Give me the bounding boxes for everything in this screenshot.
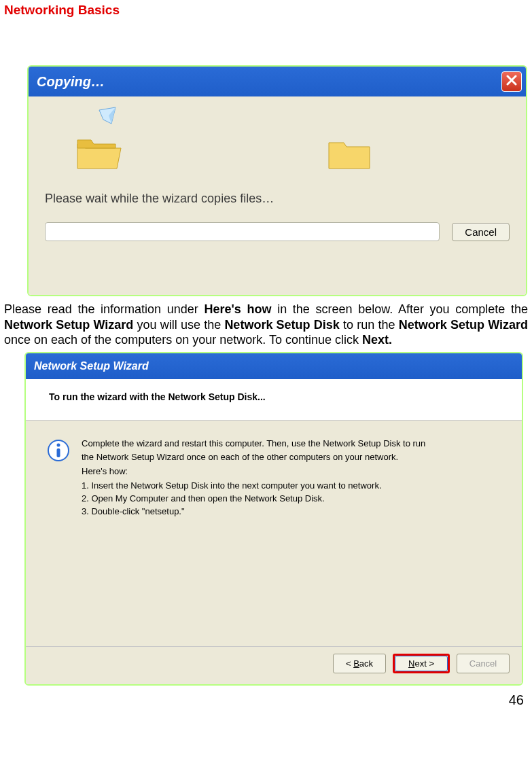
svg-point-3	[57, 443, 60, 446]
page-number: 46	[4, 692, 528, 708]
copying-title: Copying…	[37, 74, 105, 90]
wizard-cancel-button[interactable]: Cancel	[457, 654, 510, 673]
wizard-step: 2. Open My Computer and then open the Ne…	[82, 493, 501, 505]
wizard-step: 1. Insert the Network Setup Disk into th…	[82, 480, 501, 492]
wizard-title: Network Setup Wizard	[34, 360, 149, 372]
wizard-header: To run the wizard with the Network Setup…	[26, 379, 522, 421]
text-segment: in the screen below. After you complete …	[271, 302, 528, 316]
back-label: < Back	[346, 658, 373, 669]
wizard-footer: < Back Next > Cancel	[26, 646, 522, 684]
flying-paper-icon	[96, 106, 120, 129]
info-icon	[46, 438, 71, 463]
close-button[interactable]	[501, 71, 522, 92]
next-button-highlight: Next >	[393, 654, 450, 673]
text-bold: Network Setup Wizard	[399, 318, 528, 332]
copying-titlebar: Copying…	[29, 67, 526, 96]
progress-bar	[45, 222, 440, 241]
text-segment: to run the	[340, 318, 399, 332]
text-bold: Network Setup Disk	[224, 318, 339, 332]
next-button[interactable]: Next >	[395, 656, 448, 671]
text-segment: Please read the information under	[4, 302, 205, 316]
text-segment: you will use the	[133, 318, 224, 332]
wizard-info-line: Complete the wizard and restart this com…	[82, 438, 501, 450]
network-setup-wizard-dialog: Network Setup Wizard To run the wizard w…	[24, 352, 523, 686]
text-bold: Here's how	[205, 302, 272, 316]
wizard-hereshow: Here's how:	[82, 466, 501, 478]
next-label: Next >	[408, 658, 434, 669]
copying-body: Please wait while the wizard copies file…	[29, 96, 526, 295]
wizard-info-line: the Network Setup Wizard once on each of…	[82, 452, 501, 463]
text-segment: once on each of the computers on your ne…	[4, 333, 362, 347]
instruction-paragraph: Please read the information under Here's…	[4, 302, 528, 348]
svg-rect-4	[57, 448, 60, 457]
close-icon	[506, 75, 517, 88]
wizard-content: Complete the wizard and restart this com…	[26, 421, 522, 646]
copying-dialog: Copying… Please wait while the wizard co…	[27, 65, 527, 296]
back-button[interactable]: < Back	[333, 654, 386, 673]
text-bold: Network Setup Wizard	[4, 318, 133, 332]
page-title: Networking Basics	[4, 3, 528, 18]
wizard-titlebar: Network Setup Wizard	[26, 353, 522, 379]
wizard-step: 3. Double-click "netsetup."	[82, 506, 501, 518]
text-bold: Next.	[362, 333, 392, 347]
cancel-button[interactable]: Cancel	[452, 223, 510, 241]
folder-closed-icon	[326, 135, 374, 173]
copying-message: Please wait while the wizard copies file…	[45, 192, 510, 206]
folder-open-icon	[75, 135, 122, 173]
